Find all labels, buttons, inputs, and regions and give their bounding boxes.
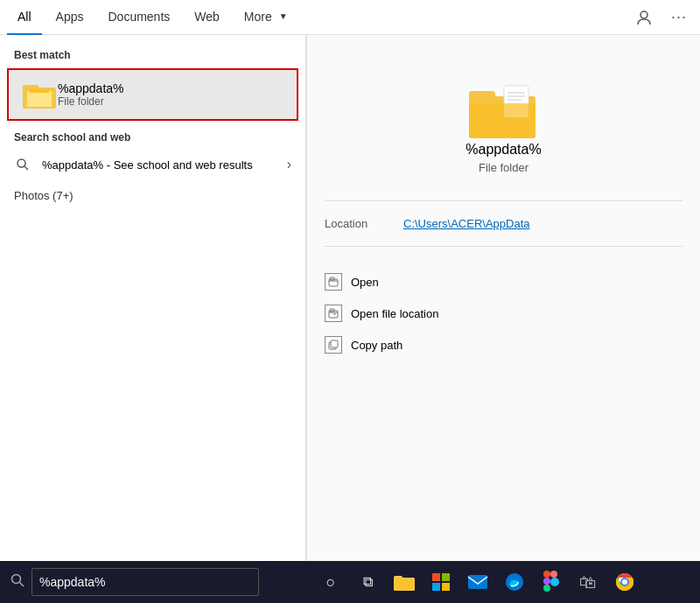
more-options-icon[interactable]: ··· [665,4,693,32]
tab-more[interactable]: More ▼ [234,0,298,35]
tab-apps[interactable]: Apps [46,0,94,35]
figma-icon[interactable] [534,564,569,599]
svg-rect-13 [469,103,536,138]
best-match-title: %appdata% [58,81,124,95]
tab-all[interactable]: All [7,0,42,35]
file-explorer-icon[interactable] [387,564,422,599]
svg-point-0 [640,11,648,18]
detail-actions: Open Open file location [325,266,682,361]
location-value[interactable]: C:\Users\ACER\AppData [403,217,530,230]
svg-rect-26 [432,573,440,581]
svg-rect-24 [394,576,402,580]
svg-rect-33 [543,571,550,578]
left-panel: Best match %appdata% File folder Search … [0,35,306,561]
svg-rect-4 [30,89,49,93]
detail-divider-2 [325,246,682,247]
svg-point-39 [622,579,627,585]
search-web-item[interactable]: %appdata% - See school and web results › [0,147,305,182]
arrow-right-icon: › [287,157,291,172]
location-row: Location C:\Users\ACER\AppData [325,210,682,237]
location-label: Location [325,217,403,230]
folder-icon-small [23,79,58,110]
search-small-icon [14,156,32,173]
detail-divider [325,200,682,201]
best-match-label: Best match [0,46,305,68]
svg-rect-25 [396,580,413,589]
best-match-item[interactable]: %appdata% File folder [7,68,298,121]
svg-rect-3 [27,91,52,107]
open-file-location-button[interactable]: Open file location [325,298,682,329]
search-web-text: %appdata% - See school and web results [42,158,287,172]
mail-icon[interactable] [460,564,495,599]
best-match-subtitle: File folder [58,95,124,108]
svg-point-32 [550,578,559,586]
search-input[interactable] [32,568,259,596]
person-icon[interactable] [630,4,658,32]
folder-icon-large [469,79,539,142]
svg-rect-30 [468,575,487,589]
detail-icon-area: %appdata% File folder [325,53,682,192]
main-content: Best match %appdata% File folder Search … [0,35,700,561]
svg-rect-27 [442,573,450,581]
task-view-button[interactable]: ⧉ [350,564,385,599]
shopping-bag-icon[interactable]: 🛍 [570,564,606,599]
detail-title: %appdata% [466,142,541,158]
svg-rect-34 [550,571,557,578]
svg-rect-28 [432,583,440,591]
open-file-location-icon [325,305,342,322]
open-button[interactable]: Open [325,266,682,298]
svg-point-5 [18,159,25,167]
chevron-down-icon: ▼ [279,11,288,21]
best-match-text: %appdata% File folder [58,81,124,108]
svg-line-22 [20,583,24,587]
taskbar-icons: ○ ⧉ [306,561,700,603]
start-button[interactable]: ○ [313,564,348,599]
svg-rect-29 [442,583,450,591]
open-icon [325,273,342,291]
taskbar-search-icon [10,573,24,591]
svg-line-6 [24,166,28,170]
svg-rect-36 [543,585,550,592]
store-icon[interactable] [424,564,458,599]
photos-section-label: Photos (7+) [0,182,305,206]
detail-subtitle: File folder [479,161,528,174]
search-web-label: Search school and web [0,124,305,147]
svg-rect-8 [469,91,495,100]
copy-path-icon [325,336,342,354]
svg-rect-35 [543,578,550,585]
copy-path-button[interactable]: Copy path [325,329,682,361]
edge-icon[interactable] [497,564,532,599]
right-panel: %appdata% File folder Location C:\Users\… [306,35,700,561]
chrome-icon[interactable] [607,564,642,599]
svg-rect-20 [331,340,338,347]
top-navigation: All Apps Documents Web More ▼ ··· [0,0,700,35]
tab-web[interactable]: Web [184,0,230,35]
tab-documents[interactable]: Documents [97,0,180,35]
search-box-container [0,561,306,603]
svg-point-21 [12,575,21,584]
